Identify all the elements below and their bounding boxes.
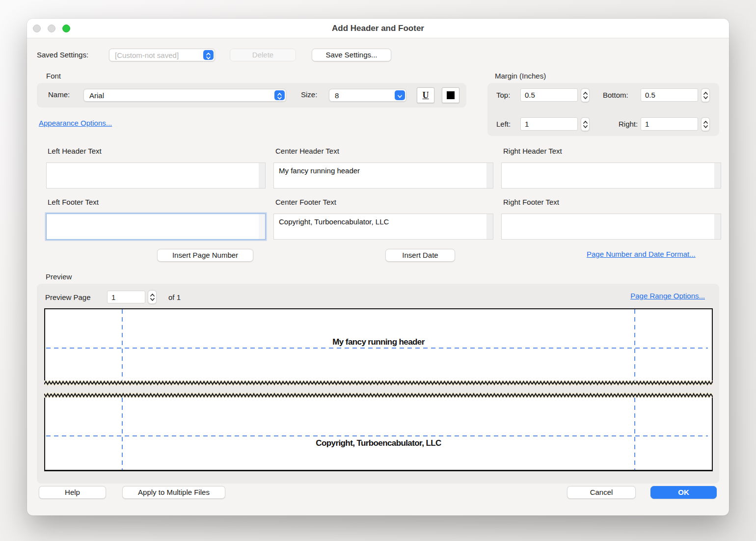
left-footer-textarea[interactable] xyxy=(46,214,266,240)
font-color-button[interactable] xyxy=(442,87,459,103)
font-name-select[interactable]: Arial xyxy=(83,89,286,102)
font-section-label: Font xyxy=(46,72,61,80)
saved-settings-select[interactable]: [Custom-not saved] xyxy=(109,49,215,61)
scrollbar-track[interactable] xyxy=(714,214,721,239)
margin-left-stepper[interactable] xyxy=(581,117,590,131)
center-header-label: Center Header Text xyxy=(275,147,339,155)
margin-right-label: Right: xyxy=(619,120,638,128)
center-footer-textarea[interactable]: Copyright, Turboencabulator, LLC xyxy=(273,214,493,240)
left-footer-label: Left Footer Text xyxy=(48,198,99,206)
torn-edge-bottom-icon xyxy=(44,393,713,398)
preview-section-label: Preview xyxy=(46,272,72,281)
dialog-title: Add Header and Footer xyxy=(27,19,729,38)
preview-page-stepper[interactable] xyxy=(148,290,157,304)
margin-section-label: Margin (Inches) xyxy=(495,72,546,80)
underline-button[interactable]: U xyxy=(417,87,434,103)
insert-date-button[interactable]: Insert Date xyxy=(385,249,455,262)
scrollbar-track[interactable] xyxy=(259,214,265,239)
preview-footer-text: Copyright, Turboencabulator, LLC xyxy=(45,438,712,448)
center-header-text: My fancy running header xyxy=(279,166,484,175)
margin-top-stepper[interactable] xyxy=(581,88,590,102)
left-header-textarea[interactable] xyxy=(46,162,266,189)
help-button[interactable]: Help xyxy=(39,486,106,499)
margin-left-input[interactable] xyxy=(520,117,578,131)
saved-settings-value: [Custom-not saved] xyxy=(115,51,179,60)
right-header-label: Right Header Text xyxy=(503,147,562,155)
font-name-label: Name: xyxy=(48,90,70,99)
right-footer-textarea[interactable] xyxy=(501,214,721,240)
color-swatch-icon xyxy=(447,91,455,99)
margin-top-label: Top: xyxy=(496,91,510,99)
add-header-footer-dialog: Add Header and Footer Saved Settings: [C… xyxy=(27,19,729,515)
font-size-label: Size: xyxy=(301,90,317,99)
preview-page-count: of 1 xyxy=(168,293,181,301)
scrollbar-track[interactable] xyxy=(714,163,721,188)
right-header-textarea[interactable] xyxy=(501,162,721,189)
margin-bottom-label: Bottom: xyxy=(603,91,628,99)
preview-page-label: Preview Page xyxy=(45,293,91,301)
ok-button[interactable]: OK xyxy=(650,486,717,499)
appearance-options-link[interactable]: Appearance Options... xyxy=(39,119,112,127)
title-bar: Add Header and Footer xyxy=(27,19,729,38)
preview-page-top-fragment: My fancy running header xyxy=(44,308,713,380)
left-margin-guide xyxy=(122,398,123,470)
apply-to-multiple-files-button[interactable]: Apply to Multiple Files xyxy=(122,486,225,499)
torn-edge-top-icon xyxy=(44,380,713,385)
updown-chevrons-icon xyxy=(203,50,214,60)
scrollbar-track[interactable] xyxy=(259,163,265,188)
saved-settings-label: Saved Settings: xyxy=(37,51,88,59)
header-baseline-guide xyxy=(46,348,708,349)
margin-bottom-stepper[interactable] xyxy=(701,88,710,102)
margin-right-input[interactable] xyxy=(641,117,698,131)
chevron-down-icon xyxy=(395,90,405,100)
scrollbar-track[interactable] xyxy=(486,214,493,239)
left-header-label: Left Header Text xyxy=(48,147,102,155)
footer-baseline-guide xyxy=(46,435,708,436)
scrollbar-track[interactable] xyxy=(486,163,493,188)
page-number-date-format-link[interactable]: Page Number and Date Format... xyxy=(587,250,696,258)
preview-header-text: My fancy running header xyxy=(45,337,712,347)
right-footer-label: Right Footer Text xyxy=(503,198,559,206)
preview-panel: Preview Page of 1 Page Range Options... … xyxy=(37,284,719,484)
delete-button[interactable]: Delete xyxy=(230,49,296,61)
preview-page-input[interactable] xyxy=(107,291,145,303)
preview-page-bottom-fragment: Copyright, Turboencabulator, LLC xyxy=(44,398,713,471)
right-margin-guide xyxy=(634,398,635,470)
margin-right-stepper[interactable] xyxy=(701,117,710,131)
font-size-select[interactable]: 8 xyxy=(329,89,406,102)
font-name-value: Arial xyxy=(89,91,104,101)
margin-top-input[interactable] xyxy=(520,88,578,102)
save-settings-button[interactable]: Save Settings... xyxy=(312,49,391,61)
margin-left-label: Left: xyxy=(496,120,511,128)
page-range-options-link[interactable]: Page Range Options... xyxy=(630,292,705,300)
margin-bottom-input[interactable] xyxy=(641,88,698,102)
font-size-value: 8 xyxy=(335,91,339,101)
center-header-textarea[interactable]: My fancy running header xyxy=(273,162,493,189)
cancel-button[interactable]: Cancel xyxy=(567,486,636,499)
insert-page-number-button[interactable]: Insert Page Number xyxy=(157,249,253,262)
center-footer-text: Copyright, Turboencabulator, LLC xyxy=(279,217,484,226)
updown-chevrons-icon xyxy=(274,90,285,100)
center-footer-label: Center Footer Text xyxy=(275,198,336,206)
